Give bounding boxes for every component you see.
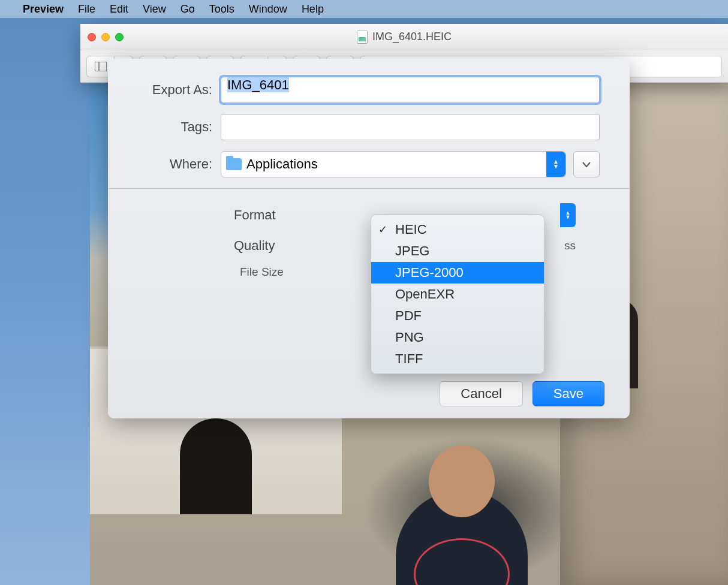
menu-tools[interactable]: Tools [209,3,234,16]
format-option-heic[interactable]: ✓ HEIC [371,219,544,240]
format-option-tiff[interactable]: TIFF [371,348,544,370]
export-as-field[interactable]: IMG_6401 [221,77,600,103]
format-popup-arrows[interactable]: ▲▼ [560,203,576,227]
format-option-jpeg[interactable]: JPEG [371,240,544,262]
chevron-down-icon [582,162,591,167]
filesize-label: File Size [240,266,284,278]
menu-window[interactable]: Window [249,3,287,16]
svg-rect-0 [95,62,107,71]
format-option-jpeg-2000[interactable]: JPEG-2000 [371,262,544,284]
menu-go[interactable]: Go [181,3,195,16]
menu-edit[interactable]: Edit [110,3,128,16]
sheet-divider [108,188,630,189]
window-title-text: IMG_6401.HEIC [372,31,452,43]
system-menubar: Preview File Edit View Go Tools Window H… [0,0,728,18]
format-label: Format [234,207,300,223]
tags-label: Tags: [138,119,221,135]
menu-help[interactable]: Help [302,3,324,16]
where-label: Where: [138,156,221,172]
window-titlebar: IMG_6401.HEIC [80,24,728,50]
save-button[interactable]: Save [533,381,604,406]
cancel-button[interactable]: Cancel [440,381,522,406]
tags-field[interactable] [221,114,600,140]
menu-file[interactable]: File [78,3,95,16]
where-value: Applications [246,156,318,172]
updown-arrows-icon: ▲▼ [546,152,565,177]
quality-value-partial: ss [564,239,576,252]
document-icon [357,31,368,44]
checkmark-icon: ✓ [378,223,387,236]
where-popup[interactable]: Applications ▲▼ [221,151,566,177]
folder-icon [226,158,242,170]
export-as-label: Export As: [138,82,221,98]
app-menu[interactable]: Preview [23,3,64,16]
format-dropdown-menu: ✓ HEIC JPEG JPEG-2000 OpenEXR PDF PNG TI… [371,215,545,374]
format-option-png[interactable]: PNG [371,327,544,348]
photo-person [396,490,528,585]
export-as-value: IMG_6401 [227,77,289,92]
menu-view[interactable]: View [143,3,166,16]
export-sheet: Export As: IMG_6401 Tags: Where: Applica… [108,59,630,418]
format-option-pdf[interactable]: PDF [371,305,544,327]
expand-save-dialog-button[interactable] [573,151,600,177]
format-option-openexr[interactable]: OpenEXR [371,284,544,305]
quality-label: Quality [234,238,300,254]
